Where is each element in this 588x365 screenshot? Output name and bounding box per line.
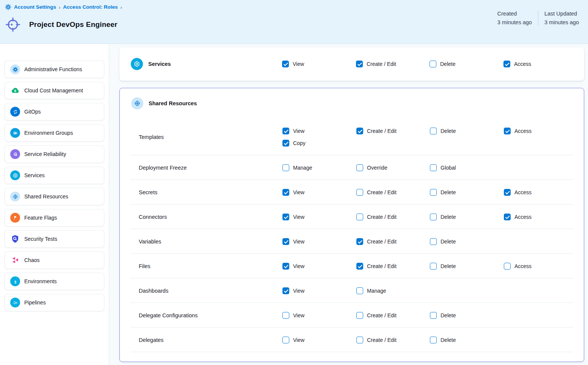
permission-delete[interactable]: Delete [430, 189, 456, 196]
checkbox-unchecked-icon[interactable] [430, 128, 437, 134]
sidebar-item-cloud-cost-management[interactable]: $Cloud Cost Management [5, 82, 104, 99]
permission-delete[interactable]: Delete [430, 312, 456, 319]
permission-create-edit[interactable]: Create / Edit [356, 312, 397, 319]
checkbox-checked-icon[interactable] [282, 189, 289, 196]
permission-column: Access [504, 128, 532, 134]
checkbox-checked-icon[interactable] [282, 263, 289, 270]
permission-global[interactable]: Global [430, 164, 456, 171]
permission-create-edit[interactable]: Create / Edit [356, 337, 397, 343]
checkbox-checked-icon[interactable] [356, 61, 363, 67]
permission-delete[interactable]: Delete [430, 214, 456, 220]
permission-create-edit[interactable]: Create / Edit [356, 61, 396, 67]
checkbox-unchecked-icon[interactable] [282, 312, 289, 319]
permission-manage[interactable]: Manage [356, 287, 386, 294]
sidebar-item-service-reliability[interactable]: Service Reliability [5, 145, 104, 163]
checkbox-checked-icon[interactable] [282, 214, 289, 220]
sidebar-item-feature-flags[interactable]: Feature Flags [5, 209, 104, 226]
permission-view[interactable]: View [282, 214, 304, 220]
permission-override[interactable]: Override [356, 164, 387, 171]
checkbox-unchecked-icon[interactable] [430, 263, 437, 270]
sidebar-item-administrative-functions[interactable]: Administrative Functions [5, 61, 104, 78]
checkbox-unchecked-icon[interactable] [356, 164, 363, 171]
breadcrumb-link-access-control-roles[interactable]: Access Control: Roles [63, 4, 118, 10]
checkbox-checked-icon[interactable] [504, 128, 511, 134]
permission-label: Create / Edit [367, 312, 397, 318]
checkbox-unchecked-icon[interactable] [356, 312, 363, 319]
permission-view[interactable]: View [282, 238, 304, 245]
checkbox-unchecked-icon[interactable] [430, 164, 437, 171]
resource-row-delegates: DelegatesViewCreate / EditDelete [120, 328, 584, 352]
permission-manage[interactable]: Manage [282, 164, 312, 171]
sidebar-item-services[interactable]: Services [5, 167, 104, 184]
checkbox-unchecked-icon[interactable] [282, 164, 289, 171]
admin-functions-icon [10, 64, 20, 74]
checkbox-unchecked-icon[interactable] [430, 337, 437, 343]
svg-text:§: § [14, 279, 16, 283]
permission-access[interactable]: Access [504, 128, 532, 134]
permission-label: View [293, 288, 304, 294]
permission-create-edit[interactable]: Create / Edit [356, 238, 397, 245]
permission-column: View [282, 337, 304, 343]
permission-view[interactable]: View [282, 189, 304, 196]
permission-column: Manage [356, 287, 386, 294]
permission-delete[interactable]: Delete [430, 263, 456, 270]
checkbox-unchecked-icon[interactable] [430, 238, 437, 245]
permission-view[interactable]: View [282, 337, 304, 343]
permission-access[interactable]: Access [504, 214, 532, 220]
sidebar-item-gitops[interactable]: GitOps [5, 103, 104, 120]
permission-delete[interactable]: Delete [430, 128, 456, 134]
permission-column: Access [504, 263, 532, 270]
permission-create-edit[interactable]: Create / Edit [356, 128, 397, 134]
permission-create-edit[interactable]: Create / Edit [356, 189, 397, 196]
sidebar-item-chaos[interactable]: Chaos [5, 251, 104, 269]
checkbox-checked-icon[interactable] [504, 189, 511, 196]
permission-create-edit[interactable]: Create / Edit [356, 214, 397, 220]
sidebar-item-label: Chaos [24, 257, 39, 263]
sidebar-item-security-tests[interactable]: Security Tests [5, 230, 104, 248]
checkbox-unchecked-icon[interactable] [430, 189, 437, 196]
checkbox-checked-icon[interactable] [282, 287, 289, 294]
permission-view[interactable]: View [282, 128, 306, 134]
permission-delete[interactable]: Delete [430, 61, 455, 67]
permission-column: Delete [430, 128, 456, 134]
permission-delete[interactable]: Delete [430, 337, 456, 343]
sidebar-item-environment-groups[interactable]: Environment Groups [5, 124, 104, 142]
checkbox-checked-icon[interactable] [356, 128, 363, 134]
checkbox-unchecked-icon[interactable] [504, 263, 511, 270]
sidebar-item-pipelines[interactable]: Pipelines [5, 294, 104, 311]
checkbox-unchecked-icon[interactable] [356, 189, 363, 196]
permission-access[interactable]: Access [504, 263, 532, 270]
permission-column: View [282, 61, 304, 67]
checkbox-checked-icon[interactable] [503, 61, 510, 67]
checkbox-unchecked-icon[interactable] [282, 337, 289, 343]
checkbox-unchecked-icon[interactable] [356, 337, 363, 343]
permission-view[interactable]: View [282, 312, 304, 319]
checkbox-unchecked-icon[interactable] [356, 287, 363, 294]
permission-copy[interactable]: Copy [282, 140, 306, 147]
page-title: Project DevOps Engineer [29, 20, 118, 29]
permission-label: View [293, 189, 304, 195]
permission-access[interactable]: Access [503, 61, 531, 67]
sidebar-item-shared-resources[interactable]: Shared Resources [5, 188, 104, 205]
page-header: Account Settings › Access Control: Roles… [0, 0, 588, 44]
checkbox-unchecked-icon[interactable] [430, 312, 437, 319]
permission-delete[interactable]: Delete [430, 238, 456, 245]
checkbox-checked-icon[interactable] [356, 238, 363, 245]
checkbox-checked-icon[interactable] [356, 263, 363, 270]
checkbox-unchecked-icon[interactable] [356, 214, 363, 220]
checkbox-unchecked-icon[interactable] [430, 214, 437, 220]
checkbox-checked-icon[interactable] [282, 238, 289, 245]
permission-create-edit[interactable]: Create / Edit [356, 263, 397, 270]
checkbox-checked-icon[interactable] [282, 128, 289, 134]
checkbox-checked-icon[interactable] [282, 140, 289, 147]
permission-view[interactable]: View [282, 61, 304, 67]
checkbox-checked-icon[interactable] [504, 214, 511, 220]
permission-view[interactable]: View [282, 287, 304, 294]
permission-view[interactable]: View [282, 263, 304, 270]
permission-column: Override [356, 164, 387, 171]
checkbox-unchecked-icon[interactable] [430, 61, 436, 67]
permission-access[interactable]: Access [504, 189, 532, 196]
checkbox-checked-icon[interactable] [282, 61, 289, 67]
breadcrumb-link-account-settings[interactable]: Account Settings [14, 4, 56, 10]
sidebar-item-environments[interactable]: §Environments [5, 273, 104, 290]
